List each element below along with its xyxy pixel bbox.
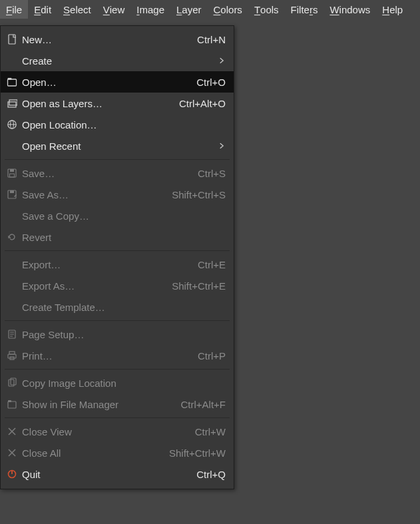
- menu-item-label: Revert: [22, 232, 226, 243]
- menu-item-label: Open Recent: [22, 140, 207, 152]
- save-as-icon: [6, 188, 18, 200]
- copy-icon: [6, 377, 18, 389]
- menu-item-label: Close All: [22, 447, 158, 459]
- menu-item-shortcut: Ctrl+Alt+F: [180, 399, 226, 410]
- no-icon: [6, 55, 18, 67]
- menu-item-label: Create: [22, 55, 207, 67]
- menubar-item-file[interactable]: File: [0, 0, 28, 19]
- menu-item-label: Save As…: [22, 189, 161, 200]
- globe-icon: [6, 119, 18, 131]
- menu-item-save-a-copy: Save a Copy…: [1, 205, 234, 226]
- menubar: FileEditSelectViewImageLayerColorsToolsF…: [0, 0, 420, 19]
- menu-item-label: Page Setup…: [22, 329, 226, 340]
- menu-item-shortcut: Ctrl+O: [196, 77, 226, 88]
- submenu-arrow-icon: [218, 56, 226, 65]
- menubar-item-tools[interactable]: Tools: [248, 0, 285, 19]
- menu-item-print: Print…Ctrl+P: [1, 345, 234, 366]
- menu-item-open-as-layers[interactable]: Open as Layers…Ctrl+Alt+O: [1, 93, 234, 114]
- menu-separator: [5, 159, 230, 160]
- close-icon: [6, 425, 18, 437]
- menu-item-create[interactable]: Create: [1, 50, 234, 71]
- menu-item-shortcut: Ctrl+P: [198, 350, 226, 362]
- menu-item-open[interactable]: Open…Ctrl+O: [1, 71, 234, 93]
- menubar-item-image[interactable]: Image: [130, 0, 170, 19]
- menu-item-label: Close View: [22, 426, 184, 437]
- menubar-item-filters[interactable]: Filters: [285, 0, 324, 19]
- menu-item-label: Save…: [22, 168, 187, 179]
- no-icon: [6, 258, 18, 270]
- menu-item-shortcut: Ctrl+S: [198, 168, 226, 179]
- menubar-item-windows[interactable]: Windows: [323, 0, 376, 19]
- menu-item-shortcut: Ctrl+Q: [196, 469, 226, 480]
- menu-item-label: Open…: [22, 77, 186, 88]
- file-manager-icon: [6, 398, 18, 410]
- menubar-item-edit[interactable]: Edit: [28, 0, 57, 19]
- menu-item-label: Create Template…: [22, 302, 226, 313]
- no-icon: [6, 140, 18, 152]
- menu-separator: [5, 369, 230, 370]
- menu-item-shortcut: Shift+Ctrl+S: [172, 189, 226, 200]
- layers-icon: [6, 97, 18, 109]
- menu-item-close-all: Close AllShift+Ctrl+W: [1, 442, 234, 463]
- menubar-item-colors[interactable]: Colors: [208, 0, 248, 19]
- menu-item-label: Save a Copy…: [22, 210, 226, 222]
- menu-item-label: Open Location…: [22, 119, 226, 131]
- menu-item-label: New…: [22, 34, 186, 45]
- menu-item-page-setup: Page Setup…: [1, 324, 234, 345]
- menu-item-copy-image-location: Copy Image Location: [1, 372, 234, 393]
- menu-item-shortcut: Ctrl+N: [197, 34, 226, 45]
- close-icon: [6, 447, 18, 459]
- menu-item-label: Export…: [22, 259, 187, 270]
- menu-separator: [5, 250, 230, 251]
- menu-item-quit[interactable]: QuitCtrl+Q: [1, 463, 234, 485]
- menu-item-label: Open as Layers…: [22, 98, 168, 109]
- save-icon: [6, 167, 18, 179]
- menu-item-label: Export As…: [22, 280, 161, 292]
- menu-item-show-in-file-manager: Show in File ManagerCtrl+Alt+F: [1, 393, 234, 415]
- menu-separator: [5, 320, 230, 321]
- revert-icon: [6, 231, 18, 243]
- menu-item-open-location[interactable]: Open Location…: [1, 114, 234, 135]
- no-icon: [6, 280, 18, 292]
- menubar-item-layer[interactable]: Layer: [170, 0, 208, 19]
- menu-item-label: Copy Image Location: [22, 378, 226, 389]
- menu-item-export: Export…Ctrl+E: [1, 254, 234, 275]
- no-icon: [6, 210, 18, 222]
- menu-item-label: Show in File Manager: [22, 399, 170, 410]
- submenu-arrow-icon: [218, 141, 226, 150]
- menu-item-close-view: Close ViewCtrl+W: [1, 421, 234, 442]
- menu-item-shortcut: Ctrl+E: [198, 259, 226, 270]
- menu-item-shortcut: Ctrl+Alt+O: [179, 98, 226, 109]
- menu-item-save-as: Save As…Shift+Ctrl+S: [1, 184, 234, 205]
- menu-item-label: Quit: [22, 469, 186, 480]
- menu-item-revert: Revert: [1, 226, 234, 248]
- file-menu-popup: New…Ctrl+NCreateOpen…Ctrl+OOpen as Layer…: [0, 25, 234, 489]
- menubar-item-select[interactable]: Select: [57, 0, 97, 19]
- open-folder-icon: [6, 76, 18, 88]
- menu-item-shortcut: Shift+Ctrl+W: [169, 447, 226, 459]
- menu-item-new[interactable]: New…Ctrl+N: [1, 29, 234, 50]
- menubar-item-help[interactable]: Help: [376, 0, 409, 19]
- menu-item-export-as: Export As…Shift+Ctrl+E: [1, 275, 234, 296]
- menu-item-shortcut: Shift+Ctrl+E: [172, 280, 226, 292]
- quit-icon: [6, 468, 18, 480]
- print-icon: [6, 350, 18, 362]
- menu-item-label: Print…: [22, 350, 187, 362]
- page-setup-icon: [6, 328, 18, 340]
- menu-item-shortcut: Ctrl+W: [195, 426, 226, 437]
- no-icon: [6, 301, 18, 313]
- menubar-item-view[interactable]: View: [97, 0, 131, 19]
- menu-separator: [5, 417, 230, 418]
- menu-item-save: Save…Ctrl+S: [1, 162, 234, 184]
- menu-item-create-template: Create Template…: [1, 296, 234, 318]
- menu-item-open-recent[interactable]: Open Recent: [1, 135, 234, 156]
- file-icon: [6, 33, 18, 45]
